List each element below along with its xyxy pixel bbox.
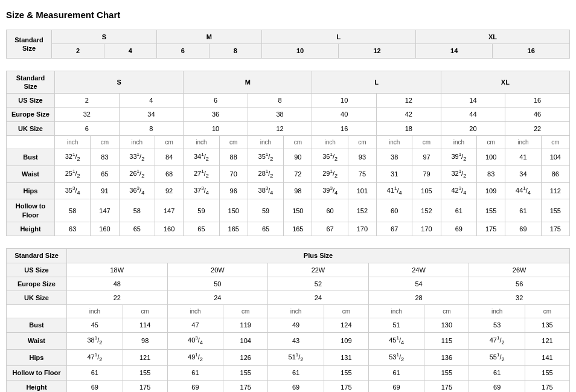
waist-20w-cm: 104 xyxy=(223,332,268,349)
label-empty-plus xyxy=(7,305,67,318)
hips-6-inch: 373/4 xyxy=(184,182,219,199)
xl-group: XL xyxy=(441,71,569,94)
hips-12-cm: 105 xyxy=(412,182,441,199)
plus-cm-2: cm xyxy=(223,305,268,318)
plus-cm-3: cm xyxy=(324,305,368,318)
bust-8-inch: 351/2 xyxy=(248,149,283,166)
height-2-inch: 63 xyxy=(55,222,91,236)
uk-22p: 22 xyxy=(67,291,168,305)
height-4-cm: 160 xyxy=(155,222,183,236)
s-group: S xyxy=(55,71,184,94)
us-2: 2 xyxy=(55,94,120,108)
htf-14-inch: 61 xyxy=(441,199,476,222)
inch-label-5: inch xyxy=(312,136,348,149)
hips-8-cm: 98 xyxy=(284,182,312,199)
uk-6: 6 xyxy=(55,121,120,135)
height-8-inch: 65 xyxy=(248,222,283,236)
hips-20w-cm: 126 xyxy=(223,349,268,366)
label-uk-size: UK Size xyxy=(7,121,55,135)
waist-16-cm: 86 xyxy=(541,165,569,182)
m-group: M xyxy=(184,71,312,94)
htf-8-cm: 150 xyxy=(284,199,312,222)
cm-label-3: cm xyxy=(219,136,248,149)
height-26w-inch: 69 xyxy=(469,380,525,392)
hips-26w-cm: 141 xyxy=(525,349,570,366)
htf-22w-inch: 61 xyxy=(268,366,324,380)
bust-22w-inch: 49 xyxy=(268,318,324,332)
htf-10-inch: 60 xyxy=(312,199,348,222)
cm-label-1: cm xyxy=(91,136,119,149)
label-hollow-floor-plus: Hollow to Floor xyxy=(7,366,67,380)
us-6: 6 xyxy=(156,44,209,58)
eu-48: 48 xyxy=(67,277,168,291)
us-14: 14 xyxy=(441,94,505,108)
htf-12-cm: 152 xyxy=(412,199,441,222)
m-group-header: M xyxy=(156,30,261,44)
hips-20w-inch: 491/2 xyxy=(167,349,223,366)
us-10: 10 xyxy=(312,94,377,108)
bust-24w-cm: 130 xyxy=(424,318,469,332)
label-height: Height xyxy=(7,222,55,236)
htf-14-cm: 155 xyxy=(477,199,505,222)
waist-26w-cm: 121 xyxy=(525,332,570,349)
uk-18: 18 xyxy=(377,121,441,135)
eu-32: 32 xyxy=(55,108,120,121)
htf-26w-inch: 61 xyxy=(469,366,525,380)
height-24w-cm: 175 xyxy=(424,380,469,392)
bust-12-inch: 38 xyxy=(377,149,412,166)
uk-22: 22 xyxy=(505,121,570,135)
uk-16: 16 xyxy=(312,121,377,135)
inch-label-4: inch xyxy=(248,136,283,149)
us-6: 6 xyxy=(184,94,248,108)
inch-label-2: inch xyxy=(119,136,155,149)
eu-42: 42 xyxy=(377,108,441,121)
htf-16-inch: 61 xyxy=(505,199,541,222)
hips-26w-inch: 551/2 xyxy=(469,349,525,366)
height-6-cm: 165 xyxy=(219,222,248,236)
cm-label-4: cm xyxy=(284,136,312,149)
plus-inch-1: inch xyxy=(67,305,123,318)
inch-label-7: inch xyxy=(441,136,476,149)
eu-52: 52 xyxy=(268,277,369,291)
label-us-size: US Size xyxy=(7,94,55,108)
label-hips: Hips xyxy=(7,182,55,199)
us-8: 8 xyxy=(209,44,261,58)
label-empty xyxy=(7,136,55,149)
eu-44: 44 xyxy=(441,108,505,121)
hips-4-cm: 92 xyxy=(155,182,183,199)
cm-label-7: cm xyxy=(477,136,505,149)
waist-6-inch: 271/2 xyxy=(184,165,219,182)
hips-8-inch: 383/4 xyxy=(248,182,283,199)
hips-14-cm: 109 xyxy=(477,182,505,199)
label-standard-size: StandardSize xyxy=(7,71,55,94)
waist-24w-inch: 451/4 xyxy=(368,332,424,349)
bust-18w-cm: 114 xyxy=(123,318,167,332)
us-8: 8 xyxy=(248,94,312,108)
height-18w-cm: 175 xyxy=(123,380,167,392)
bust-20w-cm: 119 xyxy=(223,318,268,332)
hips-2-inch: 353/4 xyxy=(55,182,91,199)
us-16: 16 xyxy=(493,44,570,58)
plus-inch-5: inch xyxy=(469,305,525,318)
height-6-inch: 65 xyxy=(184,222,219,236)
height-20w-inch: 69 xyxy=(167,380,223,392)
height-18w-inch: 69 xyxy=(67,380,123,392)
htf-10-cm: 152 xyxy=(348,199,376,222)
htf-18w-cm: 155 xyxy=(123,366,167,380)
us-16: 16 xyxy=(505,94,570,108)
height-12-inch: 67 xyxy=(377,222,412,236)
htf-6-cm: 150 xyxy=(219,199,248,222)
waist-2-inch: 251/2 xyxy=(55,165,91,182)
us-12: 12 xyxy=(339,44,416,58)
height-22w-cm: 175 xyxy=(324,380,368,392)
bust-6-cm: 88 xyxy=(219,149,248,166)
us-18w: 18W xyxy=(67,263,168,277)
htf-20w-inch: 61 xyxy=(167,366,223,380)
height-10-inch: 67 xyxy=(312,222,348,236)
inch-label-3: inch xyxy=(184,136,219,149)
eu-50: 50 xyxy=(167,277,268,291)
hips-22w-inch: 511/2 xyxy=(268,349,324,366)
plus-cm-4: cm xyxy=(424,305,469,318)
hips-12-inch: 411/4 xyxy=(377,182,412,199)
hips-10-cm: 101 xyxy=(348,182,376,199)
